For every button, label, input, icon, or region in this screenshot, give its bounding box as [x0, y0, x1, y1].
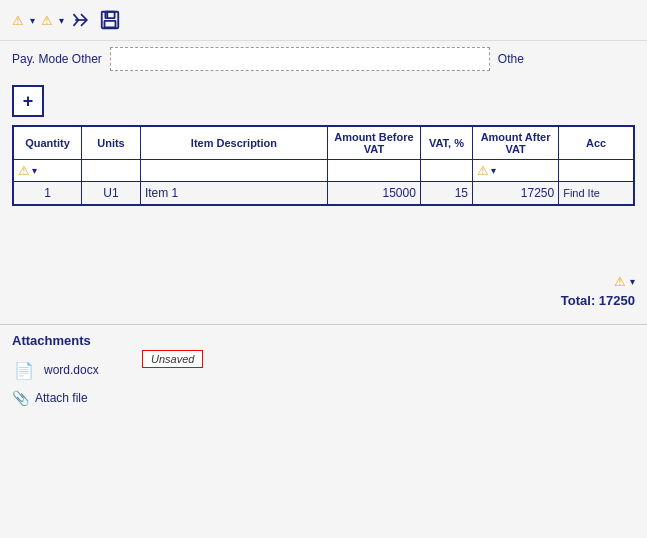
col-header-units: Units	[82, 127, 141, 160]
save-button[interactable]	[98, 8, 122, 32]
col-header-vat: VAT, %	[420, 127, 472, 160]
amount-before-warning-cell	[327, 160, 420, 182]
attachment-item: 📄 word.docx Unsaved	[12, 358, 635, 382]
cell-description[interactable]: Item 1	[140, 182, 327, 205]
attach-file-label: Attach file	[35, 391, 88, 405]
pay-mode-other: Othe	[498, 52, 524, 66]
col-header-description: Item Description	[140, 127, 327, 160]
send-button[interactable]	[70, 9, 92, 31]
col-header-account: Acc	[559, 127, 634, 160]
vat-warning-cell	[420, 160, 472, 182]
table-row: 1 U1 Item 1 15000 15 17250 Find Ite	[14, 182, 634, 205]
total-section: ⚠ ▾ Total: 17250	[0, 266, 647, 316]
items-table-wrapper: Quantity Units Item Description Amount B…	[12, 125, 635, 206]
attachments-section: Attachments 📄 word.docx Unsaved 📎 Attach…	[0, 324, 647, 414]
total-warning-row: ⚠ ▾	[614, 274, 635, 289]
total-label: Total: 17250	[561, 293, 635, 308]
amount-after-warning-cell: ⚠ ▾	[473, 160, 559, 182]
desc-warning-cell	[140, 160, 327, 182]
pay-mode-row: Pay. Mode Other Othe	[0, 41, 647, 77]
chevron-down-icon-1[interactable]: ▾	[30, 15, 35, 26]
unsaved-badge: Unsaved	[142, 350, 203, 368]
toolbar: ⚠ ▾ ⚠ ▾	[0, 0, 647, 41]
warning-icon-2[interactable]: ⚠	[41, 13, 53, 28]
cell-quantity[interactable]: 1	[14, 182, 82, 205]
svg-rect-2	[105, 21, 116, 27]
pay-mode-input[interactable]	[110, 47, 490, 71]
col-header-quantity: Quantity	[14, 127, 82, 160]
attach-file-button[interactable]: 📎 Attach file	[12, 390, 635, 406]
add-item-button[interactable]: +	[12, 85, 44, 117]
col-header-amount-before: Amount Before VAT	[327, 127, 420, 160]
cell-account[interactable]: Find Ite	[559, 182, 634, 205]
qty-warning-icon[interactable]: ⚠	[18, 163, 30, 178]
acc-warning-cell	[559, 160, 634, 182]
total-warning-icon[interactable]: ⚠	[614, 274, 626, 289]
attachments-title: Attachments	[12, 333, 635, 348]
warning-icon-1[interactable]: ⚠	[12, 13, 24, 28]
qty-warning-cell: ⚠ ▾	[14, 160, 82, 182]
add-row-section: +	[0, 77, 647, 125]
items-table: Quantity Units Item Description Amount B…	[13, 126, 634, 205]
attachment-filename: word.docx	[44, 363, 99, 377]
qty-chevron-icon[interactable]: ▾	[32, 165, 37, 176]
main-container: ⚠ ▾ ⚠ ▾ Pay. Mode Other Othe +	[0, 0, 647, 538]
amount-after-chevron-icon[interactable]: ▾	[491, 165, 496, 176]
amount-after-warning-icon[interactable]: ⚠	[477, 163, 489, 178]
paperclip-icon: 📎	[12, 390, 29, 406]
chevron-down-icon-2[interactable]: ▾	[59, 15, 64, 26]
pay-mode-label: Pay. Mode Other	[12, 52, 102, 66]
word-doc-icon: 📄	[12, 358, 36, 382]
col-header-amount-after: Amount After VAT	[473, 127, 559, 160]
cell-units[interactable]: U1	[82, 182, 141, 205]
total-chevron-icon[interactable]: ▾	[630, 276, 635, 287]
units-warning-cell	[82, 160, 141, 182]
cell-amount-after[interactable]: 17250	[473, 182, 559, 205]
cell-amount-before[interactable]: 15000	[327, 182, 420, 205]
cell-vat[interactable]: 15	[420, 182, 472, 205]
